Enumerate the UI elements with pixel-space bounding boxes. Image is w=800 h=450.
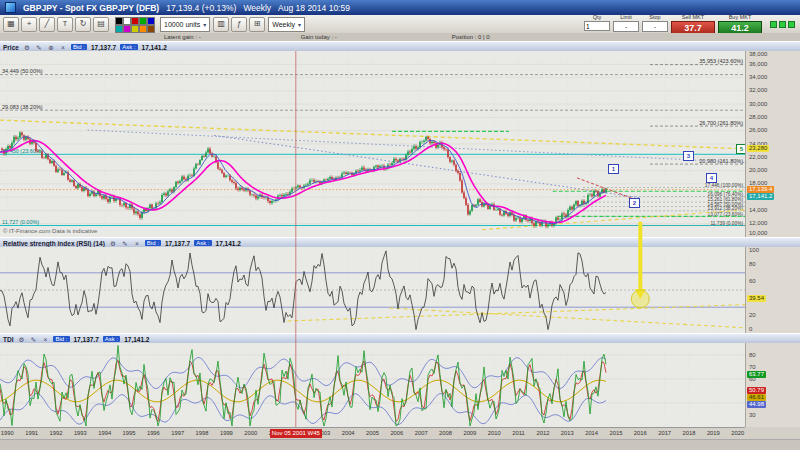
year-tick-label: 2014 [582, 430, 602, 436]
palette-color-swatch[interactable] [123, 17, 131, 25]
stop-label: Stop [649, 14, 660, 20]
elliott-wave-label[interactable]: 2 [629, 198, 640, 208]
bid-value: 17,137.7 [165, 240, 190, 247]
add-object-icon[interactable]: + [21, 17, 37, 32]
elliott-wave-label[interactable]: 4 [706, 173, 717, 183]
year-tick-label: 1993 [70, 430, 90, 436]
palette-color-swatch[interactable] [131, 17, 139, 25]
latent-gain-label: Latent gain : - [164, 34, 201, 40]
price-axis-tick: 30,000 [749, 101, 767, 108]
timeframe-select[interactable]: Weekly ▾ [268, 17, 305, 32]
palette-color-swatch[interactable] [147, 25, 155, 33]
elliott-wave-label[interactable]: 5 [736, 144, 745, 154]
indicator-icon[interactable]: ƒ [231, 17, 247, 32]
trading-platform-window: GBPJPY - Spot FX GBPJPY (DFB) 17,139.4 (… [0, 0, 800, 450]
units-select[interactable]: 10000 units ▾ [160, 17, 210, 32]
rsi-axis-tick: 0 [749, 326, 752, 333]
rsi-axis-tick: 100 [749, 247, 759, 254]
tdi-axis-highlight: 46.61 [747, 394, 766, 401]
elliott-wave-label[interactable]: 3 [683, 151, 694, 161]
bid-value: 17,137.7 [74, 336, 99, 343]
text-tool-icon[interactable]: T [57, 17, 73, 32]
palette-color-swatch[interactable] [139, 25, 147, 33]
year-tick-label: 1995 [119, 430, 139, 436]
stop-column: Stop - [642, 14, 668, 32]
price-axis-tick: 26,000 [749, 127, 767, 134]
trendline-tool-icon[interactable]: ╱ [39, 17, 55, 32]
chevron-down-icon: ▾ [298, 21, 301, 28]
svg-text:13,912 (38.20%): 13,912 (38.20%) [708, 206, 744, 211]
units-select-value: 10000 units [164, 21, 200, 28]
year-tick-label: 1990 [0, 430, 17, 436]
palette-color-swatch[interactable] [115, 17, 123, 25]
price-axis[interactable]: 38,00036,00034,00032,00030,00028,00026,0… [745, 51, 800, 237]
status-square [788, 21, 795, 28]
year-tick-label: 2018 [679, 430, 699, 436]
palette-color-swatch[interactable] [139, 17, 147, 25]
svg-text:35,953 (423.60%): 35,953 (423.60%) [699, 58, 743, 64]
price-axis-tick: 10,000 [749, 230, 767, 237]
qty-label: Qty [593, 14, 602, 20]
palette-color-swatch[interactable] [123, 25, 131, 33]
tdi-panel-title: TDI [3, 336, 13, 343]
year-tick-label: 1996 [143, 430, 163, 436]
rsi-line [0, 251, 606, 330]
ask-value: 17,141.2 [216, 240, 241, 247]
svg-text:29,083 (38.20%): 29,083 (38.20%) [2, 104, 43, 110]
price-axis-tick: 36,000 [749, 61, 767, 68]
rsi-axis[interactable]: 10080604020039.54 [745, 247, 800, 333]
refresh-icon[interactable]: ↻ [75, 17, 91, 32]
rsi-axis-tick: 60 [749, 278, 756, 285]
elliott-wave-label[interactable]: 1 [608, 164, 619, 174]
chart-grid-icon[interactable]: ▦ [3, 17, 19, 32]
layout-icon[interactable]: ⊞ [249, 17, 265, 32]
svg-text:17,446 (100.00%): 17,446 (100.00%) [705, 183, 744, 188]
palette-color-swatch[interactable] [115, 25, 123, 33]
palette-color-swatch[interactable] [147, 17, 155, 25]
svg-text:11,739 (0.00%): 11,739 (0.00%) [711, 221, 744, 226]
price-chart-svg: 34,449 (50.00%)29,083 (38.20%)22,450 (23… [0, 51, 745, 237]
tdi-axis[interactable]: 80706050403063.7750.7946.6144.98 [745, 343, 800, 427]
ask-value: 17,141.2 [124, 336, 149, 343]
palette-color-swatch[interactable] [131, 25, 139, 33]
price-chart[interactable]: 34,449 (50.00%)29,083 (38.20%)22,450 (23… [0, 51, 745, 237]
year-tick-label: 2007 [411, 430, 431, 436]
qty-input[interactable] [584, 21, 610, 31]
main-toolbar: ▦+╱T↻▤ 10000 units ▾ ▥ƒ⊞ Weekly ▾ Qty Li… [0, 15, 800, 34]
svg-text:26,700 (261.80%): 26,700 (261.80%) [699, 120, 743, 126]
window-titlebar: GBPJPY - Spot FX GBPJPY (DFB) 17,139.4 (… [0, 0, 800, 15]
year-tick-label: 2012 [533, 430, 553, 436]
year-tick-label: 2017 [655, 430, 675, 436]
rsi-axis-tick: 20 [749, 312, 756, 319]
rsi-axis-tick: 80 [749, 261, 756, 268]
ask-value: 17,141.2 [142, 44, 167, 51]
svg-text:11,727 (0.00%): 11,727 (0.00%) [2, 219, 39, 225]
year-tick-label: 2008 [436, 430, 456, 436]
year-tick-label: 1998 [192, 430, 212, 436]
bid-value: 17,137.7 [91, 44, 116, 51]
limit-order-button[interactable]: - [613, 21, 639, 32]
chevron-down-icon: ▾ [203, 21, 206, 28]
year-tick-label: 2015 [606, 430, 626, 436]
price-axis-tick: 38,000 [749, 51, 767, 58]
candlestick-style-icon[interactable]: ▥ [213, 17, 229, 32]
buy-mkt-label: Buy MKT [729, 14, 752, 20]
year-tick-label: 1991 [22, 430, 42, 436]
price-axis-tick: 14,000 [749, 207, 767, 214]
watchlist-icon[interactable]: ▤ [93, 17, 109, 32]
gain-today-label: Gain today : - [301, 34, 337, 40]
tdi-chart[interactable] [0, 343, 745, 427]
color-palette [115, 17, 154, 32]
sell-mkt-label: Sell MKT [682, 14, 704, 20]
tdi-axis-highlight: 44.98 [747, 401, 766, 408]
year-tick-label: 2006 [387, 430, 407, 436]
tdi-band-high [0, 358, 606, 389]
price-axis-tick: 22,000 [749, 154, 767, 161]
year-tick-label: 2004 [338, 430, 358, 436]
connection-status-squares [770, 21, 795, 28]
year-tick-label: 2019 [703, 430, 723, 436]
rsi-chart[interactable] [0, 247, 745, 333]
stop-order-button[interactable]: - [642, 21, 668, 32]
order-ticket: Qty Limit - Stop - Sell MKT 37.7 Buy MKT… [584, 14, 762, 34]
toolbar-mid-icon-group: ▥ƒ⊞ [213, 17, 265, 32]
